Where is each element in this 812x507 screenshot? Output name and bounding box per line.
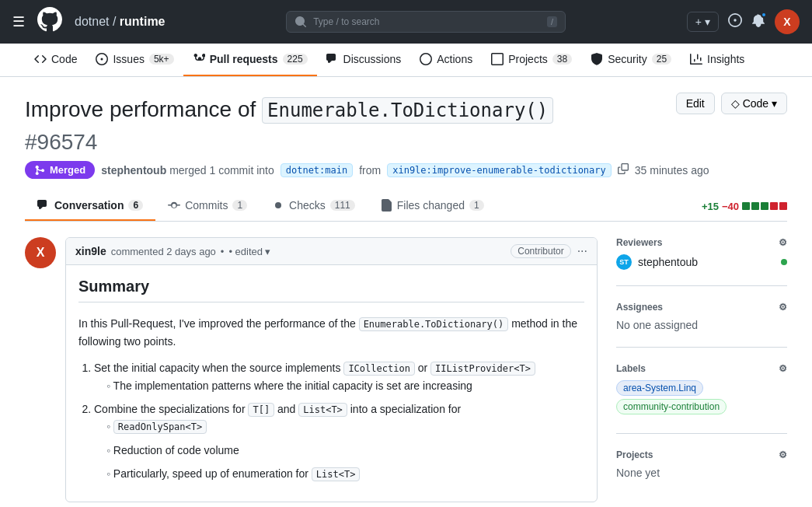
projects-title: Projects ⚙ (616, 449, 787, 460)
projects-count: 38 (552, 54, 572, 65)
tab-commits[interactable]: Commits 1 (155, 191, 260, 221)
head-branch[interactable]: xin9le:improve-enumerable-todictionary (387, 163, 612, 177)
breadcrumb-separator: / (113, 15, 120, 28)
base-branch[interactable]: dotnet:main (281, 163, 353, 177)
comment-meta: xin9le commented 2 days ago • • edited ▾ (75, 245, 270, 257)
point-2: Combine the specializations for T[] and … (94, 400, 584, 483)
labels-gear-icon[interactable]: ⚙ (779, 363, 787, 374)
diff-bars (742, 202, 787, 210)
github-logo[interactable] (37, 7, 62, 37)
reviewer-name[interactable]: stephentoub (638, 256, 698, 268)
assignees-section: Assignees ⚙ No one assigned (616, 302, 787, 348)
point2-code2: List<T> (298, 403, 347, 417)
code-button[interactable]: ◇ Code ▾ (721, 93, 787, 114)
merged-label: Merged (50, 164, 85, 176)
nav-code-label: Code (51, 53, 77, 65)
reviewer-status-dot (781, 259, 787, 265)
point-1: Set the initial capacity when the source… (94, 359, 584, 394)
commenter-avatar: X (25, 237, 56, 268)
checks-count: 111 (330, 200, 355, 211)
nav-security[interactable]: Security 25 (581, 44, 681, 76)
comment-edited: • (221, 246, 225, 257)
org-link[interactable]: dotnet (75, 15, 109, 28)
nav-security-label: Security (608, 53, 647, 65)
checks-tab-icon (272, 199, 284, 212)
diff-bar-1 (742, 202, 750, 210)
point2-sub2: Particularly, speed up of enumeration fo… (106, 465, 584, 482)
repo-link[interactable]: runtime (120, 15, 166, 28)
issues-icon[interactable] (728, 13, 742, 31)
pr-title: Improve performance of Enumerable.ToDict… (25, 96, 553, 124)
list-t-code: List<T> (312, 467, 361, 481)
hamburger-icon[interactable]: ☰ (12, 13, 25, 30)
conversation-tab-icon (37, 199, 50, 212)
conversation-tab-label: Conversation (54, 199, 124, 212)
point2-subitems: ReadOnlySpan<T> Reduction of code volume… (94, 418, 584, 482)
timeline: X xin9le commented 2 days ago • • edited… (25, 237, 598, 507)
nav-actions-label: Actions (437, 53, 472, 65)
commits-count: 1 (232, 200, 247, 211)
nav-code[interactable]: Code (25, 44, 86, 76)
diff-deletions: −40 (722, 201, 739, 212)
point1-code2: IIListProvider<T> (430, 362, 535, 376)
projects-empty: None yet (616, 467, 660, 479)
tab-files-changed[interactable]: Files changed 1 (368, 191, 497, 221)
edit-button[interactable]: Edit (676, 93, 715, 114)
diff-additions: +15 (702, 201, 719, 212)
labels-list: area-System.Linq community-contribution (616, 380, 787, 418)
discussions-icon (326, 53, 339, 65)
nav-projects[interactable]: Projects 38 (482, 44, 581, 76)
main-content: Improve performance of Enumerable.ToDict… (0, 77, 812, 507)
comment-time: commented 2 days ago (111, 246, 216, 257)
nav-discussions[interactable]: Discussions (317, 44, 411, 76)
nav-pr-label: Pull requests (210, 53, 278, 65)
nav-insights[interactable]: Insights (681, 44, 754, 76)
comment-actions: Contributor ··· (511, 244, 587, 258)
point1-subitems: The implementation patterns where the in… (94, 377, 584, 394)
header-right: + ▾ X (687, 9, 800, 34)
pr-title-area: Improve performance of Enumerable.ToDict… (25, 96, 553, 155)
pr-number: #96574 (25, 130, 97, 154)
merged-badge: Merged (25, 161, 95, 179)
nav-actions[interactable]: Actions (410, 44, 482, 76)
more-options-button[interactable]: ··· (577, 244, 587, 258)
pr-title-code: Enumerable.ToDictionary() (262, 97, 553, 124)
labels-section: Labels ⚙ area-System.Linq community-cont… (616, 363, 787, 434)
notifications-icon[interactable] (751, 13, 765, 31)
comment-author[interactable]: xin9le (75, 245, 106, 257)
add-button[interactable]: + ▾ (687, 12, 719, 32)
pr-meta: Merged stephentoub merged 1 commit into … (25, 161, 787, 179)
reviewers-section: Reviewers ⚙ ST stephentoub (616, 237, 787, 286)
edited-dropdown[interactable]: • edited ▾ (228, 246, 270, 257)
diff-bar-3 (761, 202, 768, 210)
commits-tab-label: Commits (185, 199, 228, 212)
projects-gear-icon[interactable]: ⚙ (779, 449, 787, 460)
point2-code-block: ReadOnlySpan<T> (106, 418, 584, 435)
search-box[interactable]: Type / to search / (286, 11, 566, 33)
comment-body: Summary In this Pull-Request, I've impro… (66, 265, 597, 501)
copy-icon[interactable] (618, 163, 629, 177)
nav-issues[interactable]: Issues 5k+ (86, 44, 183, 76)
gear-icon[interactable]: ⚙ (779, 237, 787, 248)
summary-heading: Summary (78, 278, 584, 302)
point2-sub1: Reduction of code volume (106, 442, 584, 459)
slash-shortcut: / (547, 16, 557, 27)
label-linq[interactable]: area-System.Linq (616, 380, 703, 396)
assignees-title: Assignees ⚙ (616, 302, 787, 313)
nav-pull-requests[interactable]: Pull requests 225 (183, 44, 317, 76)
pr-actions: Edit ◇ Code ▾ (676, 93, 787, 114)
tab-checks[interactable]: Checks 111 (260, 191, 368, 221)
conversation-count: 6 (128, 200, 143, 211)
pr-from-text: from (359, 164, 381, 177)
diff-bar-5 (779, 202, 787, 210)
tab-conversation[interactable]: Conversation 6 (25, 191, 155, 221)
pr-author: stephentoub (101, 164, 166, 177)
labels-title: Labels ⚙ (616, 363, 787, 374)
user-avatar[interactable]: X (775, 9, 800, 34)
assignees-gear-icon[interactable]: ⚙ (779, 302, 787, 313)
issues-nav-icon (96, 53, 108, 65)
commits-tab-icon (168, 199, 180, 212)
label-community[interactable]: community-contribution (616, 399, 727, 414)
assignees-empty: No one assigned (616, 319, 698, 331)
issues-count: 5k+ (149, 54, 174, 65)
